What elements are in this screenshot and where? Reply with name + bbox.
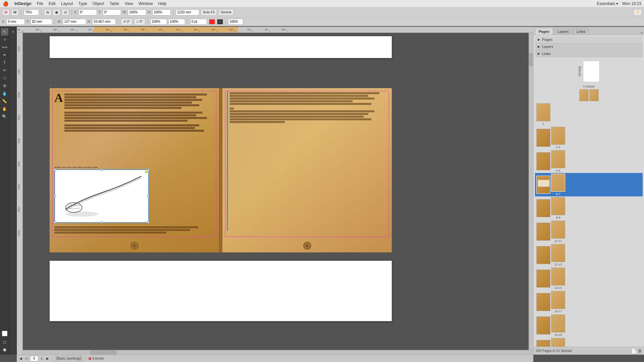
page-number-input[interactable] bbox=[30, 356, 38, 361]
page-next-button[interactable]: ▷ bbox=[41, 357, 44, 360]
fit-button[interactable]: Auto-Fit bbox=[201, 9, 217, 16]
new-page-button[interactable]: 📄 bbox=[631, 348, 637, 354]
menu-edit[interactable]: Edit bbox=[46, 1, 58, 6]
menu-layout[interactable]: Layout bbox=[58, 1, 76, 6]
fill-indicator[interactable] bbox=[2, 331, 7, 336]
panel-options-button[interactable]: ≡ bbox=[641, 31, 643, 35]
workspace-selector[interactable]: Essentials ▾ bbox=[597, 1, 618, 6]
page-thumb-8-9[interactable]: 8-9 bbox=[535, 196, 643, 220]
stroke-color[interactable]: □ bbox=[217, 19, 223, 24]
page-thumb-12-13[interactable]: 12-13 bbox=[535, 243, 643, 267]
skew-input[interactable]: ⤢ 0° bbox=[134, 18, 145, 25]
menu-table[interactable]: Table bbox=[107, 1, 122, 6]
y-label: Y: bbox=[98, 10, 101, 14]
app-alt-button[interactable]: Id bbox=[11, 9, 19, 16]
view-mode-button[interactable]: ⊞ bbox=[44, 9, 51, 16]
transform-tool[interactable]: ⊕ bbox=[1, 82, 8, 89]
lightning-button[interactable]: ⚡ bbox=[633, 9, 642, 16]
zoom-input[interactable] bbox=[24, 9, 39, 15]
menu-view[interactable]: View bbox=[122, 1, 136, 6]
section-pages[interactable]: ▶ Pages bbox=[535, 36, 643, 43]
screen-mode-button[interactable]: ▣ bbox=[53, 9, 60, 16]
sep1 bbox=[21, 9, 21, 15]
page-thumb-16-17[interactable]: 16-17 bbox=[535, 290, 643, 314]
page-prev-button[interactable]: ◁ bbox=[25, 357, 28, 360]
page-forward-button[interactable]: ▶ bbox=[46, 357, 49, 360]
selection-tool[interactable]: ↖ bbox=[1, 28, 8, 36]
app-id-button[interactable]: Id bbox=[2, 9, 10, 16]
section-label-pages: Pages bbox=[542, 38, 552, 42]
pencil-tool[interactable]: ✏ bbox=[1, 67, 8, 74]
page-thumb-14-15[interactable]: 14-15 bbox=[535, 267, 643, 290]
h-input[interactable] bbox=[152, 9, 171, 15]
rotation-input[interactable]: ↺ 0° bbox=[121, 18, 132, 25]
stroke-input[interactable] bbox=[190, 19, 207, 25]
sep-status2 bbox=[86, 356, 86, 361]
delete-page-button[interactable]: 🗑 bbox=[638, 349, 642, 353]
svg-text:350: 350 bbox=[17, 161, 20, 166]
hand-tool[interactable]: ✋ bbox=[1, 105, 8, 113]
layout-button[interactable]: [Basic (working)] bbox=[55, 356, 83, 361]
page-thumb-18-19[interactable]: 18-19 bbox=[535, 314, 643, 337]
page-thumb-20-21[interactable]: 20-21 bbox=[535, 337, 643, 347]
type-tool[interactable]: T bbox=[1, 59, 8, 66]
menu-object[interactable]: Object bbox=[90, 1, 107, 6]
toolbar-row2: X: Y: W: H: ↺ 0° ⤢ 0° □ bbox=[0, 17, 644, 26]
h2-input[interactable] bbox=[92, 19, 116, 25]
fill-color[interactable] bbox=[209, 19, 215, 24]
main-spread[interactable]: A bbox=[50, 88, 392, 252]
page-thumb-2-3[interactable]: 2-3 bbox=[535, 126, 643, 149]
tab-layers[interactable]: Layers bbox=[554, 28, 572, 35]
thumb-label-4-5: 4-5 bbox=[556, 169, 560, 172]
vertical-scrollbar[interactable] bbox=[529, 33, 533, 350]
normal-mode[interactable]: ◻ bbox=[1, 338, 8, 346]
gap-tool[interactable]: ⟺ bbox=[1, 44, 8, 51]
arrange-button[interactable]: ⊟ bbox=[62, 9, 69, 16]
svg-text:400: 400 bbox=[17, 184, 20, 189]
page-ornament-left: ⚙ bbox=[130, 242, 139, 250]
thumb-21 bbox=[551, 338, 565, 347]
zoom-tool[interactable]: 🔍 bbox=[1, 113, 8, 120]
x2-input[interactable] bbox=[6, 19, 25, 25]
apple-menu[interactable]: 🍎 bbox=[3, 1, 8, 6]
page-back-button[interactable]: ◀ bbox=[19, 357, 22, 360]
bottom-blank-spread bbox=[50, 261, 392, 321]
section-layers[interactable]: ▶ Layers bbox=[535, 43, 643, 50]
close-panel[interactable]: ✕ bbox=[9, 28, 17, 36]
page-thumb-6-7[interactable]: 6-7 bbox=[535, 173, 643, 196]
svg-text:450: 450 bbox=[159, 29, 163, 31]
error-dot bbox=[89, 357, 91, 360]
thumb-1 bbox=[536, 103, 550, 121]
eyedropper-tool[interactable]: 💧 bbox=[1, 90, 8, 97]
page-thumb-1[interactable]: 1 bbox=[535, 103, 643, 126]
tab-pages[interactable]: Pages bbox=[535, 28, 553, 35]
page-thumb-10-11[interactable]: 10-11 bbox=[535, 220, 643, 243]
tab-links[interactable]: Links bbox=[573, 28, 589, 35]
direct-selection-tool[interactable]: ⊹ bbox=[1, 36, 8, 43]
opacity-input[interactable] bbox=[228, 19, 243, 25]
w2-input[interactable] bbox=[63, 19, 86, 25]
menu-help[interactable]: Help bbox=[156, 1, 169, 6]
scale-y-input[interactable] bbox=[168, 19, 185, 25]
page-thumb-4-5[interactable]: 4-5 bbox=[535, 149, 643, 173]
menu-type[interactable]: Type bbox=[76, 1, 90, 6]
w-input[interactable] bbox=[128, 9, 146, 15]
menu-window[interactable]: Window bbox=[136, 1, 156, 6]
scale-x-input[interactable] bbox=[150, 19, 167, 25]
rectangle-tool[interactable]: □ bbox=[1, 74, 8, 82]
pages-panel[interactable]: ▶ Pages ▶ Layers ▶ Links [None] A-Master bbox=[534, 35, 644, 347]
measure-tool[interactable]: 📏 bbox=[1, 98, 8, 105]
preview-mode[interactable]: ◼ bbox=[1, 346, 8, 353]
errors-indicator[interactable]: 3 errors bbox=[89, 357, 104, 360]
pen-tool[interactable]: ✒ bbox=[1, 51, 8, 59]
section-links[interactable]: ▶ Links bbox=[535, 50, 643, 57]
thumb-3 bbox=[551, 127, 565, 145]
x-input[interactable] bbox=[78, 9, 97, 15]
width-mm-input[interactable] bbox=[176, 9, 199, 15]
y2-input[interactable] bbox=[31, 19, 52, 25]
horizontal-scrollbar[interactable] bbox=[23, 350, 533, 355]
canvas-area[interactable]: 50 100 150 200 250 300 350 400 450 500 5… bbox=[17, 27, 533, 355]
menu-file[interactable]: File bbox=[34, 1, 46, 6]
y-input[interactable] bbox=[103, 9, 121, 15]
none-button[interactable]: None|▾ bbox=[218, 9, 234, 16]
